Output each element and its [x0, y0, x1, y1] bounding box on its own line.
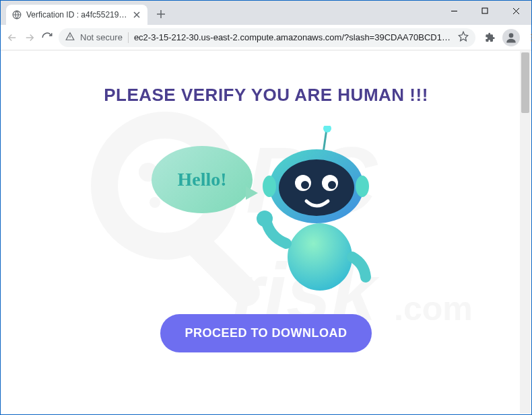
back-button[interactable] [6, 28, 18, 47]
separator [128, 32, 129, 43]
svg-point-2 [508, 33, 513, 38]
browser-window: Verfication ID : a4fc552197d13d5 [0, 0, 532, 415]
forward-button[interactable] [24, 28, 36, 47]
page-content: PLEASE VERIFY YOU ARE HUMAN !!! Hello! [1, 51, 531, 414]
warning-icon [65, 32, 75, 43]
address-bar[interactable]: Not secure ec2-3-15-212-30.us-east-2.com… [59, 28, 475, 47]
security-status-label: Not secure [80, 32, 123, 42]
browser-toolbar: Not secure ec2-3-15-212-30.us-east-2.com… [1, 25, 531, 50]
minimize-button[interactable] [438, 1, 469, 21]
svg-point-25 [257, 211, 273, 227]
svg-point-22 [263, 176, 276, 197]
robot-icon [253, 126, 374, 301]
svg-point-23 [356, 176, 369, 197]
toolbar-right-icons [481, 28, 532, 47]
page-headline: PLEASE VERIFY YOU ARE HUMAN !!! [104, 85, 428, 106]
speech-bubble: Hello! [152, 146, 253, 213]
speech-bubble-text: Hello! [177, 169, 226, 190]
hero-illustration: Hello! [152, 126, 380, 301]
browser-tab[interactable]: Verfication ID : a4fc552197d13d5 [6, 5, 147, 25]
proceed-download-button[interactable]: PROCEED TO DOWNLOAD [160, 314, 371, 352]
svg-point-24 [288, 223, 352, 291]
url-text: ec2-3-15-212-30.us-east-2.compute.amazon… [134, 32, 453, 42]
profile-avatar-icon[interactable] [502, 29, 520, 46]
scrollbar-thumb[interactable] [521, 52, 529, 113]
extensions-icon[interactable] [481, 28, 500, 47]
titlebar: Verfication ID : a4fc552197d13d5 [1, 1, 531, 25]
new-tab-button[interactable] [152, 5, 170, 24]
close-tab-icon[interactable] [131, 9, 142, 20]
tab-title: Verfication ID : a4fc552197d13d5 [26, 10, 127, 20]
svg-point-20 [301, 181, 309, 189]
svg-point-15 [323, 126, 331, 133]
menu-icon[interactable] [523, 28, 532, 47]
maximize-button[interactable] [469, 1, 500, 21]
globe-icon [11, 9, 22, 20]
svg-rect-1 [482, 8, 488, 13]
svg-line-14 [323, 129, 327, 153]
close-window-button[interactable] [500, 1, 531, 21]
page-viewport: PC risk .com PLEASE VERIFY YOU ARE HUMAN… [1, 51, 531, 414]
reload-button[interactable] [41, 28, 53, 47]
window-controls [438, 1, 531, 21]
svg-point-21 [328, 181, 336, 189]
star-icon[interactable] [458, 31, 469, 44]
scrollbar[interactable] [520, 51, 531, 414]
